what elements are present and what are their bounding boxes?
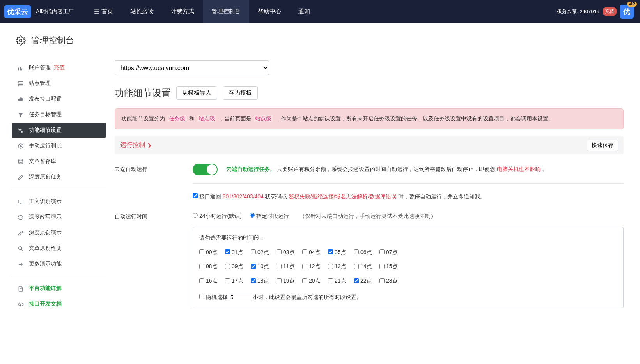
- hour-cell-11[interactable]: 11点: [277, 261, 302, 272]
- sidebar-item-0-4[interactable]: 功能细节设置: [12, 123, 106, 138]
- hour-cell-12[interactable]: 12点: [302, 261, 328, 272]
- recharge-button[interactable]: 充值: [603, 7, 617, 16]
- nav-item-3[interactable]: 管理控制台: [203, 0, 249, 23]
- quick-save-button[interactable]: 快速保存: [587, 140, 618, 151]
- hour-checkbox-8[interactable]: [199, 264, 204, 269]
- hour-checkbox-23[interactable]: [379, 278, 385, 283]
- hour-cell-23[interactable]: 23点: [379, 276, 405, 286]
- kw-task-level: 任务级: [167, 115, 187, 122]
- random-hours-input[interactable]: [229, 293, 252, 301]
- hour-checkbox-20[interactable]: [302, 278, 307, 283]
- hour-checkbox-18[interactable]: [251, 278, 256, 283]
- hour-checkbox-21[interactable]: [328, 278, 333, 283]
- hour-checkbox-2[interactable]: [251, 249, 256, 254]
- hour-checkbox-5[interactable]: [328, 249, 333, 254]
- save-template-button[interactable]: 存为模板: [223, 86, 258, 100]
- cloud-auto-run-switch[interactable]: [193, 164, 218, 175]
- svg-rect-5: [18, 84, 23, 86]
- pause-on-error-checkbox[interactable]: [193, 193, 198, 198]
- nav-item-2[interactable]: 计费方式: [162, 0, 203, 23]
- hour-cell-3[interactable]: 03点: [277, 247, 302, 258]
- sidebar-item-label: 手动运行测试: [29, 142, 62, 149]
- hour-checkbox-10[interactable]: [251, 264, 256, 269]
- sidebar-item-label: 账户管理: [29, 64, 51, 71]
- hour-cell-19[interactable]: 19点: [277, 276, 302, 286]
- user-avatar[interactable]: 优 VIP: [620, 5, 634, 19]
- hour-checkbox-9[interactable]: [225, 264, 230, 269]
- main-content: https://www.ucaiyun.com 功能细节设置 从模板导入 存为模…: [106, 60, 632, 324]
- hour-cell-9[interactable]: 09点: [225, 261, 251, 272]
- hour-checkbox-12[interactable]: [302, 264, 307, 269]
- hour-checkbox-17[interactable]: [225, 278, 230, 283]
- hour-cell-10[interactable]: 10点: [251, 261, 277, 272]
- hour-checkbox-15[interactable]: [379, 264, 385, 269]
- hour-checkbox-1[interactable]: [225, 249, 230, 254]
- hour-checkbox-14[interactable]: [354, 264, 359, 269]
- sidebar-item-0-7[interactable]: 深度原创任务: [12, 170, 106, 184]
- hour-cell-6[interactable]: 06点: [354, 247, 379, 258]
- nav-item-5[interactable]: 通知: [290, 0, 319, 23]
- sidebar-item-0-2[interactable]: 发布接口配置: [12, 92, 106, 106]
- play-icon: [16, 142, 25, 149]
- hour-cell-4[interactable]: 04点: [302, 247, 328, 258]
- random-hours-row[interactable]: 随机选择: [199, 292, 228, 302]
- hour-checkbox-16[interactable]: [199, 278, 204, 283]
- hour-cell-13[interactable]: 13点: [328, 261, 354, 272]
- hour-checkbox-13[interactable]: [328, 264, 333, 269]
- monitor-icon: [16, 198, 25, 205]
- hour-cell-18[interactable]: 18点: [251, 276, 277, 286]
- sidebar-item-2-1[interactable]: 接口开发文档: [12, 297, 106, 311]
- hour-cell-8[interactable]: 08点: [199, 261, 225, 272]
- sidebar-item-label: 接口开发文档: [29, 300, 62, 307]
- hour-checkbox-3[interactable]: [277, 249, 282, 254]
- hour-cell-14[interactable]: 14点: [354, 261, 379, 272]
- import-template-button[interactable]: 从模板导入: [176, 86, 217, 100]
- hour-cell-1[interactable]: 01点: [225, 247, 251, 258]
- hour-cell-17[interactable]: 17点: [225, 276, 251, 286]
- hour-checkbox-6[interactable]: [354, 249, 359, 254]
- nav-item-1[interactable]: 站长必读: [122, 0, 162, 23]
- sidebar-item-label: 正文识别演示: [29, 198, 62, 205]
- sidebar-item-label: 深度原创演示: [29, 229, 62, 236]
- hour-cell-16[interactable]: 16点: [199, 276, 225, 286]
- nav-item-0[interactable]: ☰首页: [85, 0, 122, 23]
- hour-checkbox-7[interactable]: [379, 249, 385, 254]
- pause-on-error-row[interactable]: 接口返回 301/302/403/404 状态码或 鉴权失败/拒绝连接/域名无法…: [193, 193, 486, 200]
- page-header: 管理控制台: [8, 35, 632, 46]
- random-hours-checkbox[interactable]: [199, 294, 204, 299]
- sidebar-item-2-0[interactable]: 平台功能详解: [12, 281, 106, 296]
- sidebar-item-0-6[interactable]: 文章暂存库: [12, 154, 106, 169]
- site-select[interactable]: https://www.ucaiyun.com: [115, 60, 269, 75]
- sidebar-item-1-0[interactable]: 正文识别演示: [12, 194, 106, 209]
- hour-cell-15[interactable]: 15点: [379, 261, 405, 272]
- sidebar-item-0-3[interactable]: 任务目标管理: [12, 107, 106, 122]
- hour-cell-20[interactable]: 20点: [302, 276, 328, 286]
- share-icon: [16, 260, 25, 267]
- hour-cell-7[interactable]: 07点: [379, 247, 405, 258]
- sidebar-item-1-1[interactable]: 深度改写演示: [12, 210, 106, 224]
- sidebar-item-0-5[interactable]: 手动运行测试: [12, 138, 106, 153]
- hour-cell-5[interactable]: 05点: [328, 247, 354, 258]
- hour-checkbox-11[interactable]: [277, 264, 282, 269]
- run-control-header[interactable]: 运行控制 ❯ 快速保存: [115, 136, 624, 154]
- radio-custom-input[interactable]: [250, 213, 255, 218]
- radio-custom[interactable]: 指定时段运行: [250, 213, 291, 219]
- logo-tagline: AI时代内容工厂: [36, 8, 74, 15]
- hour-checkbox-22[interactable]: [354, 278, 359, 283]
- hour-cell-0[interactable]: 00点: [199, 247, 225, 258]
- sidebar-item-1-2[interactable]: 深度原创演示: [12, 225, 106, 240]
- sidebar-item-0-0[interactable]: 账户管理充值: [12, 60, 106, 75]
- hour-checkbox-19[interactable]: [277, 278, 282, 283]
- hour-cell-22[interactable]: 22点: [354, 276, 379, 286]
- hour-checkbox-0[interactable]: [199, 249, 204, 254]
- radio-24h[interactable]: 24小时运行(默认): [193, 213, 243, 219]
- logo[interactable]: 优采云 AI时代内容工厂: [4, 5, 74, 18]
- radio-24h-input[interactable]: [193, 213, 198, 218]
- sidebar-item-1-4[interactable]: 更多演示功能: [12, 256, 106, 271]
- hour-checkbox-4[interactable]: [302, 249, 307, 254]
- sidebar-item-0-1[interactable]: 站点管理: [12, 76, 106, 91]
- sidebar-item-1-3[interactable]: 文章原创检测: [12, 241, 106, 256]
- hour-cell-2[interactable]: 02点: [251, 247, 277, 258]
- hour-cell-21[interactable]: 21点: [328, 276, 354, 286]
- nav-item-4[interactable]: 帮助中心: [249, 0, 290, 23]
